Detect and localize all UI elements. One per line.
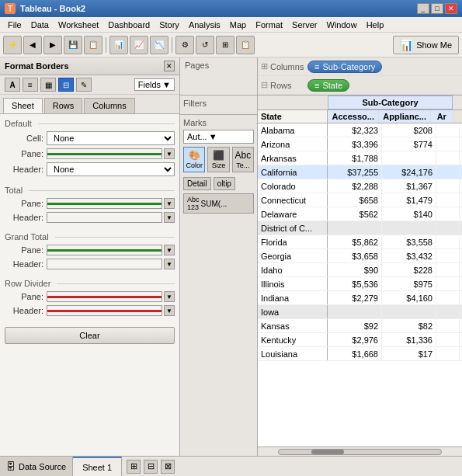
menu-dashboard[interactable]: Dashboard bbox=[103, 19, 155, 31]
chart-btn-2[interactable]: 📈 bbox=[130, 36, 148, 54]
table-scrollbar[interactable] bbox=[258, 446, 462, 456]
data-source-tab[interactable]: 🗄 Data Source bbox=[0, 457, 73, 476]
menu-help[interactable]: Help bbox=[362, 19, 389, 31]
analytics-btn[interactable]: 📋 bbox=[236, 36, 255, 54]
cell-data: $1,788 bbox=[328, 151, 382, 165]
state-pill[interactable]: ≡ State bbox=[307, 79, 349, 92]
font-a-button[interactable]: A bbox=[5, 78, 20, 92]
menu-data[interactable]: Data bbox=[26, 19, 54, 31]
format-button[interactable]: ✎ bbox=[76, 78, 92, 92]
chart-btn-3[interactable]: 📉 bbox=[150, 36, 168, 54]
header-total-line[interactable] bbox=[47, 212, 162, 223]
title-bar: T Tableau - Book2 _ □ ✕ bbox=[0, 0, 462, 17]
marks-type-dropdown[interactable]: Aut... ▼ bbox=[183, 130, 254, 144]
clear-button[interactable]: Clear bbox=[5, 327, 175, 344]
header-total-row: Header: ▼ bbox=[0, 210, 179, 224]
cell-data bbox=[436, 221, 460, 235]
menu-worksheet[interactable]: Worksheet bbox=[54, 19, 103, 31]
menu-analysis[interactable]: Analysis bbox=[184, 19, 225, 31]
cell-row: Cell: None bbox=[0, 130, 179, 147]
header-grandtotal-line[interactable] bbox=[47, 259, 162, 269]
forward-button[interactable]: ▶ bbox=[43, 36, 62, 54]
panel-toolbar: A ≡ ▦ ⊟ ✎ Fields ▼ bbox=[0, 75, 179, 95]
minimize-button[interactable]: _ bbox=[417, 3, 429, 14]
data-table[interactable]: Alabama $2,323 $208 Arizona $3,396 $774 … bbox=[258, 123, 462, 446]
pane-total-arrow[interactable]: ▼ bbox=[164, 198, 175, 209]
tab-sheet[interactable]: Sheet bbox=[3, 98, 43, 113]
maximize-button[interactable]: □ bbox=[431, 3, 443, 14]
fields-dropdown[interactable]: Fields ▼ bbox=[134, 78, 175, 91]
size-btn[interactable]: ⬛ Size bbox=[207, 147, 229, 172]
new-button[interactable]: ⚡ bbox=[3, 36, 22, 54]
add-sheet-button[interactable]: ⊞ bbox=[127, 460, 141, 474]
size-icon: ⬛ bbox=[213, 150, 224, 161]
cell-data: $2,279 bbox=[328, 291, 382, 304]
grid-btn[interactable]: ⊞ bbox=[216, 36, 234, 54]
close-button[interactable]: ✕ bbox=[445, 3, 457, 14]
pane-grandtotal-arrow[interactable]: ▼ bbox=[164, 245, 175, 255]
tab-rows[interactable]: Rows bbox=[44, 98, 83, 113]
pane-rowdivider-arrow[interactable]: ▼ bbox=[164, 291, 175, 302]
pane-grandtotal-line[interactable] bbox=[47, 245, 162, 255]
filter-btn[interactable]: ⚙ bbox=[175, 36, 194, 54]
panel-close-button[interactable]: ✕ bbox=[164, 61, 175, 71]
status-bar: 🗄 Data Source Sheet 1 ⊞ ⊟ ⊠ bbox=[0, 456, 462, 476]
subcategory-pill[interactable]: ≡ Sub-Category bbox=[307, 61, 382, 73]
database-icon: 🗄 bbox=[6, 461, 16, 472]
refresh-btn[interactable]: ↺ bbox=[196, 36, 214, 54]
color-icon: 🎨 bbox=[189, 150, 200, 161]
pane-total-control: ▼ bbox=[47, 198, 175, 209]
cell-data bbox=[436, 333, 460, 346]
save-button[interactable]: 💾 bbox=[64, 36, 82, 54]
pane-default-arrow[interactable]: ▼ bbox=[164, 148, 175, 159]
table-row: Colorado $2,288 $1,367 bbox=[258, 179, 462, 193]
header-rowdivider-line[interactable] bbox=[47, 305, 162, 316]
header-default-label: Header: bbox=[5, 165, 43, 174]
copy-button[interactable]: 📋 bbox=[84, 36, 102, 54]
chart-btn-1[interactable]: 📊 bbox=[109, 36, 128, 54]
tooltip-button[interactable]: oltip bbox=[214, 177, 235, 190]
tab-columns[interactable]: Columns bbox=[84, 98, 134, 113]
menu-server[interactable]: Server bbox=[287, 19, 321, 31]
header-rowdivider-arrow[interactable]: ▼ bbox=[164, 305, 175, 316]
menu-file[interactable]: File bbox=[3, 19, 26, 31]
text-btn[interactable]: Abc Te... bbox=[232, 147, 254, 172]
sum-abc-label: Abc123 bbox=[187, 196, 200, 211]
sum-pill[interactable]: Abc123 SUM(... bbox=[183, 193, 254, 214]
add-dashboard-button[interactable]: ⊟ bbox=[144, 460, 158, 474]
table-row: Alabama $2,323 $208 bbox=[258, 123, 462, 137]
border-button[interactable]: ⊟ bbox=[58, 78, 74, 92]
back-button[interactable]: ◀ bbox=[23, 36, 42, 54]
pane-total-line[interactable] bbox=[47, 198, 162, 209]
cell-data: $5,862 bbox=[328, 235, 382, 248]
menu-window[interactable]: Window bbox=[322, 19, 362, 31]
shading-button[interactable]: ▦ bbox=[40, 78, 56, 92]
add-story-button[interactable]: ⊠ bbox=[161, 460, 175, 474]
header-dropdown[interactable]: None bbox=[47, 162, 175, 176]
header-total-arrow[interactable]: ▼ bbox=[164, 212, 175, 223]
cell-dropdown[interactable]: None bbox=[47, 131, 175, 145]
pane-grandtotal-label: Pane: bbox=[5, 245, 43, 255]
panel-tabs: Sheet Rows Columns bbox=[0, 95, 179, 114]
sheet1-tab[interactable]: Sheet 1 bbox=[73, 457, 122, 476]
cell-state: Colorado bbox=[258, 179, 328, 193]
cell-data: $82 bbox=[382, 319, 436, 332]
show-me-button[interactable]: 📊 Show Me bbox=[393, 36, 459, 54]
horizontal-scrollbar[interactable] bbox=[278, 449, 441, 455]
color-btn[interactable]: 🎨 Color bbox=[183, 147, 205, 172]
scroll-thumb[interactable] bbox=[311, 450, 344, 454]
detail-button[interactable]: Detail bbox=[183, 177, 211, 190]
menu-map[interactable]: Map bbox=[225, 19, 251, 31]
separator-1 bbox=[106, 37, 106, 53]
pane-default-line[interactable] bbox=[47, 148, 162, 159]
header-grandtotal-arrow[interactable]: ▼ bbox=[164, 259, 175, 269]
align-left-button[interactable]: ≡ bbox=[23, 78, 38, 92]
marks-label: Marks bbox=[183, 118, 254, 127]
menu-story[interactable]: Story bbox=[155, 19, 184, 31]
menu-format[interactable]: Format bbox=[251, 19, 287, 31]
header-grandtotal-row: Header: ▼ bbox=[0, 257, 179, 271]
window-controls[interactable]: _ □ ✕ bbox=[417, 3, 457, 14]
row-divider-section: Row Divider Pane: ▼ Header: ▼ bbox=[0, 274, 179, 321]
pane-rowdivider-line[interactable] bbox=[47, 291, 162, 302]
pane-total-row: Pane: ▼ bbox=[0, 196, 179, 210]
